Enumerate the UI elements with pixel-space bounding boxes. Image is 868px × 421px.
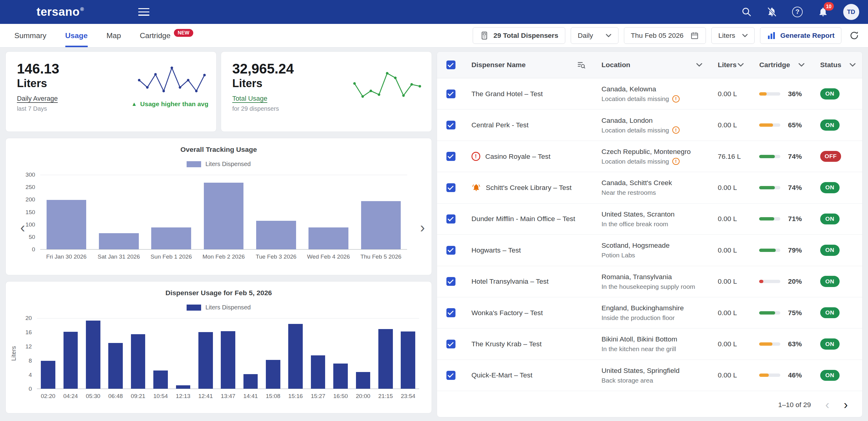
tab-label: Usage [65, 31, 88, 40]
pagination-next-button[interactable]: › [844, 399, 848, 411]
column-header-status[interactable]: Status [811, 52, 862, 78]
x-tick-label: 15:08 [262, 393, 284, 399]
column-header-dispenser-name[interactable]: Dispenser Name [462, 52, 592, 78]
liters-value: 0.00 L [718, 309, 737, 317]
dispenser-name-cell: The Krusty Krab – Test [462, 328, 592, 359]
liters-cell: 0.00 L [709, 204, 750, 234]
row-select-cell [437, 360, 462, 391]
notifications-icon[interactable]: 10 [818, 7, 828, 17]
y-tick-label: 16 [25, 329, 32, 336]
row-select-cell [437, 266, 462, 297]
column-header-cartridge[interactable]: Cartridge [750, 52, 811, 78]
cartridge-progress-fill [759, 155, 775, 158]
table-row[interactable]: The Krusty Krab – TestBikini Atoll, Biki… [437, 328, 862, 360]
tab-map[interactable]: Map [106, 24, 121, 48]
table-row[interactable]: Hogwarts – TestScotland, HogsmeadePotion… [437, 235, 862, 266]
toolbar: 29 Total Dispensers Daily Thu Feb 05 202… [473, 24, 859, 48]
table-row[interactable]: Schitt's Creek Library – TestCanada, Sch… [437, 172, 862, 203]
total-usage-link[interactable]: Total Usage [232, 95, 267, 102]
chart-prev-button[interactable]: ‹ [20, 220, 25, 235]
bar-plot [37, 318, 420, 389]
row-checkbox[interactable] [446, 183, 455, 192]
select-all-cell [437, 52, 462, 78]
row-checkbox[interactable] [446, 90, 455, 98]
location-cell: Czech Republic, MontenegroLocation detai… [593, 141, 709, 172]
bar [41, 361, 55, 389]
daily-average-link[interactable]: Daily Average [17, 95, 58, 102]
column-header-liters[interactable]: Liters [709, 52, 750, 78]
table-row[interactable]: Quick-E-Mart – TestUnited States, Spring… [437, 360, 862, 391]
bar-slot [149, 319, 172, 389]
help-icon[interactable]: ? [792, 7, 803, 17]
bar-slot [127, 319, 149, 389]
total-dispensers-button[interactable]: 29 Total Dispensers [473, 27, 565, 44]
status-badge: OFF [820, 151, 841, 162]
unit-select[interactable]: Liters [711, 27, 754, 44]
search-list-icon[interactable] [577, 60, 586, 69]
row-checkbox[interactable] [446, 214, 455, 223]
row-select-cell [437, 328, 462, 359]
row-checkbox[interactable] [446, 246, 455, 255]
bar-slot [329, 319, 352, 389]
row-checkbox[interactable] [446, 121, 455, 129]
row-checkbox[interactable] [446, 277, 455, 286]
period-select[interactable]: Daily [571, 27, 618, 44]
row-checkbox[interactable] [446, 340, 455, 349]
chart-legend: Liters Dispensed [6, 160, 431, 168]
column-header-location[interactable]: Location [593, 52, 709, 78]
chart-next-button[interactable]: › [420, 220, 425, 235]
cartridge-progress-fill [759, 186, 775, 189]
x-tick-label: 06:48 [104, 393, 127, 399]
avatar[interactable]: TD [843, 4, 859, 20]
liters-value: 0.00 L [718, 246, 737, 254]
cartridge-progress-fill [759, 217, 774, 220]
tab-summary[interactable]: Summary [14, 24, 46, 48]
hourly-usage-chart-card: Dispenser Usage for Feb 5, 2026 Liters D… [5, 281, 432, 414]
x-tick-label: 05:30 [82, 393, 104, 399]
column-label: Liters [718, 61, 737, 69]
table-row[interactable]: Wonka's Factory – TestEngland, Buckingha… [437, 297, 862, 328]
bar-slot [239, 319, 261, 389]
y-tick-label: 150 [25, 209, 35, 216]
location-text: Canada, Schitt's Creek [601, 179, 672, 187]
tab-usage[interactable]: Usage [65, 24, 88, 48]
warning-icon: ! [672, 158, 680, 165]
refresh-icon[interactable] [849, 31, 859, 40]
dispenser-name-cell: Wonka's Factory – Test [462, 297, 592, 328]
tab-bar: SummaryUsageMapCartridgeNEW [14, 24, 193, 48]
liters-value: 76.16 L [718, 152, 741, 160]
menu-icon[interactable] [138, 6, 149, 18]
bar-slot [307, 319, 329, 389]
location-detail: Near the restrooms [601, 189, 656, 196]
chevron-down-icon[interactable] [738, 63, 744, 67]
bar [244, 374, 258, 389]
location-detail-text: Near the restrooms [601, 189, 656, 196]
row-checkbox[interactable] [446, 308, 455, 317]
cartridge-progress-fill [759, 123, 773, 127]
table-header: Dispenser Name Location Liters Cartridge [437, 52, 862, 78]
table-row[interactable]: !Casino Royale – TestCzech Republic, Mon… [437, 141, 862, 172]
table-row[interactable]: The Grand Hotel – TestCanada, KelownaLoc… [437, 78, 862, 110]
main-content: 146.13 Liters Daily Average last 7 Days … [0, 48, 868, 421]
bar-slot [40, 175, 93, 249]
location-cell: Canada, KelownaLocation details missing! [593, 78, 709, 109]
chevron-down-icon[interactable] [799, 63, 805, 67]
liters-value: 0.00 L [718, 121, 737, 129]
pagination-prev-button[interactable]: ‹ [825, 399, 829, 411]
notifications-muted-icon[interactable] [767, 7, 777, 17]
tab-cartridge[interactable]: CartridgeNEW [140, 24, 193, 48]
select-all-checkbox[interactable] [446, 60, 455, 69]
tersano-logo[interactable]: tersano ® [37, 5, 84, 19]
column-label: Status [820, 61, 841, 69]
date-picker[interactable]: Thu Feb 05 2026 [624, 27, 706, 44]
table-row[interactable]: Dunder Mifflin - Main Office – TestUnite… [437, 204, 862, 235]
row-checkbox[interactable] [446, 371, 455, 380]
generate-report-button[interactable]: Generate Report [760, 27, 841, 44]
location-text: Bikini Atoll, Bikini Bottom [601, 335, 677, 343]
chevron-down-icon[interactable] [849, 63, 856, 67]
table-row[interactable]: Central Perk - TestCanada, LondonLocatio… [437, 110, 862, 141]
table-row[interactable]: Hotel Transylvania – TestRomania, Transy… [437, 266, 862, 297]
row-checkbox[interactable] [446, 152, 455, 160]
search-icon[interactable] [741, 7, 752, 17]
chevron-down-icon[interactable] [696, 63, 702, 67]
